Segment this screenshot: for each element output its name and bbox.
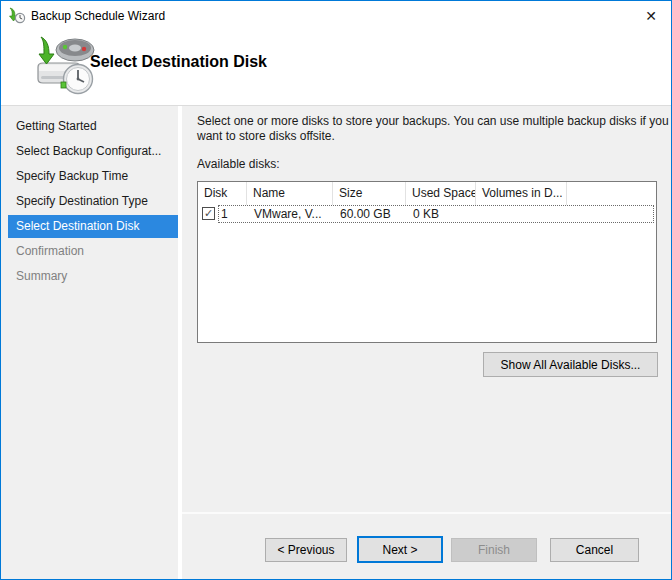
sidebar-item-specify-destination-type[interactable]: Specify Destination Type xyxy=(8,190,178,213)
wizard-app-icon xyxy=(8,7,26,25)
sidebar-item-confirmation[interactable]: Confirmation xyxy=(8,240,178,263)
sidebar-item-select-destination-disk[interactable]: Select Destination Disk xyxy=(8,215,178,238)
disk-number-cell: 1 xyxy=(221,205,228,223)
sidebar: Getting Started Select Backup Configurat… xyxy=(8,115,178,290)
column-header-filler xyxy=(567,182,656,205)
titlebar: Backup Schedule Wizard ✕ xyxy=(1,1,671,31)
show-all-available-disks-button[interactable]: Show All Available Disks... xyxy=(483,352,658,377)
sidebar-item-summary[interactable]: Summary xyxy=(8,265,178,288)
column-header-name[interactable]: Name xyxy=(247,182,333,205)
disk-used-space-cell: 0 KB xyxy=(413,205,439,223)
backup-schedule-wizard-window: Backup Schedule Wizard ✕ xyxy=(0,0,672,580)
column-header-disk[interactable]: Disk xyxy=(198,182,247,205)
wizard-header: Select Destination Disk xyxy=(1,31,671,105)
table-header-row: Disk Name Size Used Space Volumes in D..… xyxy=(198,182,656,205)
available-disks-table[interactable]: Disk Name Size Used Space Volumes in D..… xyxy=(197,181,657,343)
cancel-button[interactable]: Cancel xyxy=(550,538,639,562)
page-title: Select Destination Disk xyxy=(90,53,267,71)
disk-size-cell: 60.00 GB xyxy=(340,205,391,223)
disk-checkbox[interactable]: ✓ xyxy=(202,207,215,220)
finish-button: Finish xyxy=(451,538,537,562)
column-header-used-space[interactable]: Used Space xyxy=(406,182,476,205)
window-title: Backup Schedule Wizard xyxy=(31,1,165,31)
column-header-volumes[interactable]: Volumes in D... xyxy=(476,182,567,205)
check-icon: ✓ xyxy=(204,207,213,219)
column-header-size[interactable]: Size xyxy=(333,182,406,205)
sidebar-divider xyxy=(178,106,182,580)
sidebar-item-select-backup-config[interactable]: Select Backup Configurat... xyxy=(8,140,178,163)
disk-row[interactable]: ✓ 1 VMware, V... 60.00 GB 0 KB xyxy=(198,205,656,224)
close-icon: ✕ xyxy=(645,8,657,24)
sidebar-item-getting-started[interactable]: Getting Started xyxy=(8,115,178,138)
disk-name-cell: VMware, V... xyxy=(254,205,322,223)
sidebar-item-specify-backup-time[interactable]: Specify Backup Time xyxy=(8,165,178,188)
footer-divider xyxy=(182,512,672,514)
close-button[interactable]: ✕ xyxy=(631,1,671,31)
backup-disk-clock-icon xyxy=(34,35,98,97)
previous-button[interactable]: < Previous xyxy=(265,538,347,562)
instruction-text: Select one or more disks to store your b… xyxy=(197,114,669,144)
next-button[interactable]: Next > xyxy=(357,536,443,563)
available-disks-label: Available disks: xyxy=(197,157,280,171)
